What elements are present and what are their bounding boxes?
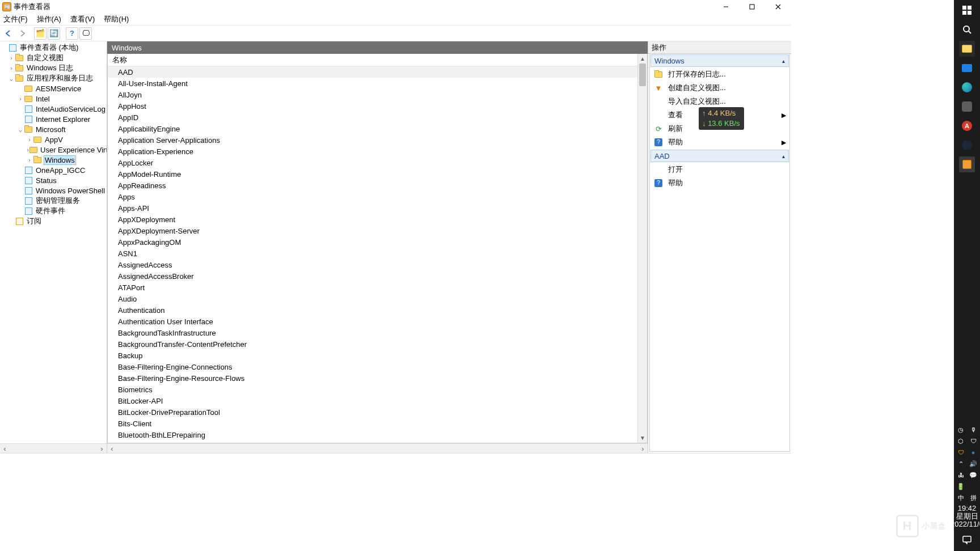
list-item[interactable]: All-User-Install-Agent: [108, 78, 637, 89]
list-item[interactable]: AllJoyn: [108, 89, 637, 100]
list-item[interactable]: Apps-API: [108, 202, 637, 214]
list-item[interactable]: Backup: [108, 350, 637, 361]
tray-icon[interactable]: 🛡: [956, 448, 965, 457]
start-button[interactable]: [959, 2, 975, 18]
taskbar-app-a-icon[interactable]: A: [959, 118, 975, 134]
list-item[interactable]: AppxPackagingOM: [108, 236, 637, 248]
list-item[interactable]: Application Server-Applications: [108, 134, 637, 146]
close-button[interactable]: [765, 0, 791, 13]
tree-aesm[interactable]: AESMService: [0, 83, 107, 94]
scroll-right-button[interactable]: ›: [638, 444, 648, 453]
tree-app-service-logs[interactable]: ⌄应用程序和服务日志: [0, 73, 107, 83]
action-item[interactable]: ?帮助▶: [650, 135, 789, 149]
list-item[interactable]: AssignedAccessBroker: [108, 270, 637, 282]
taskbar-file-explorer-icon[interactable]: [959, 41, 975, 57]
toolbar-refresh-button[interactable]: 🔄: [48, 27, 60, 40]
column-header-name[interactable]: 名称: [108, 54, 637, 66]
action-item[interactable]: 打开保存的日志...: [650, 67, 789, 81]
tree-custom-views[interactable]: ›自定义视图: [0, 53, 107, 63]
menu-view[interactable]: 查看(V): [70, 14, 95, 24]
action-item[interactable]: 打开: [650, 163, 789, 176]
list-item[interactable]: Base-Filtering-Engine-Connections: [108, 361, 637, 372]
tray-security-icon[interactable]: 🛡: [969, 436, 978, 446]
menu-help[interactable]: 帮助(H): [104, 14, 129, 24]
list-item[interactable]: Base-Filtering-Engine-Resource-Flows: [108, 372, 637, 384]
system-tray[interactable]: ◷🎙 ⬡🛡 🛡● ⌃🔊 🖧💬 🔋 中拼: [956, 425, 978, 502]
menu-action[interactable]: 操作(A): [37, 14, 61, 24]
list-item[interactable]: AssignedAccess: [108, 259, 637, 270]
tree-status[interactable]: Status: [0, 175, 107, 185]
list-item[interactable]: Biometrics: [108, 384, 637, 395]
list-item[interactable]: AppHost: [108, 100, 637, 112]
tray-icon[interactable]: 🎙: [969, 425, 978, 434]
scroll-thumb[interactable]: [639, 63, 646, 86]
tree-root[interactable]: ▸事件查看器 (本地): [0, 43, 107, 53]
action-item[interactable]: ▼创建自定义视图...: [650, 81, 789, 95]
tray-network-icon[interactable]: 🖧: [956, 471, 965, 480]
action-item[interactable]: 导入自定义视图...: [650, 95, 789, 108]
list-item[interactable]: Apps: [108, 191, 637, 202]
list-item[interactable]: Application-Experience: [108, 146, 637, 157]
taskbar-clock[interactable]: 19:42 星期日 2022/11/6: [951, 505, 980, 528]
tree-powershell[interactable]: Windows PowerShell: [0, 185, 107, 196]
list-item[interactable]: ATAPort: [108, 282, 637, 293]
minimize-button[interactable]: [713, 0, 739, 13]
tree-windows-logs[interactable]: ›Windows 日志: [0, 63, 107, 73]
action-center-button[interactable]: [959, 532, 975, 548]
action-item[interactable]: ?帮助: [650, 176, 789, 190]
list-v-scrollbar[interactable]: ▲ ▼: [637, 54, 647, 443]
list-item[interactable]: ApplicabilityEngine: [108, 123, 637, 134]
tree-appv[interactable]: ›AppV: [0, 134, 107, 145]
tray-icon[interactable]: ◷: [956, 425, 965, 434]
list-item[interactable]: AppXDeployment: [108, 214, 637, 225]
tree-h-scrollbar[interactable]: ‹ ›: [0, 443, 107, 453]
list-item[interactable]: Audio: [108, 293, 637, 304]
tray-icon[interactable]: ⬡: [956, 436, 965, 446]
tree-ie[interactable]: Internet Explorer: [0, 114, 107, 124]
tray-icon[interactable]: 💬: [969, 471, 978, 480]
tree-intel[interactable]: ›Intel: [0, 94, 107, 104]
toolbar-forward-button[interactable]: [16, 27, 28, 40]
scroll-up-button[interactable]: ▲: [638, 54, 647, 63]
tree-keymgmt[interactable]: 密钥管理服务: [0, 196, 107, 206]
actions-group-aad[interactable]: AAD▴: [650, 150, 789, 162]
tray-icon[interactable]: [969, 482, 978, 491]
list-item[interactable]: BitLocker-API: [108, 395, 637, 406]
tray-chevron-up-icon[interactable]: ⌃: [956, 459, 965, 468]
list-item[interactable]: Authentication User Interface: [108, 316, 637, 327]
tree-hardware[interactable]: 硬件事件: [0, 206, 107, 216]
list-item[interactable]: BackgroundTransfer-ContentPrefetcher: [108, 338, 637, 350]
toolbar-help-button[interactable]: ?: [66, 27, 78, 40]
tree-intel-audio[interactable]: IntelAudioServiceLog: [0, 104, 107, 114]
tree-oneapp[interactable]: OneApp_IGCC: [0, 165, 107, 175]
center-h-scrollbar[interactable]: ‹ ›: [107, 443, 648, 453]
tray-battery-icon[interactable]: 🔋: [956, 482, 965, 491]
tray-volume-icon[interactable]: 🔊: [969, 459, 978, 468]
list-item[interactable]: Bluetooth-BthLEPrepairing: [108, 429, 637, 440]
search-button[interactable]: [959, 22, 975, 37]
ime-mode[interactable]: 拼: [969, 493, 978, 502]
taskbar-mail-icon[interactable]: [959, 60, 975, 76]
list-item[interactable]: Authentication: [108, 304, 637, 316]
taskbar-edge-icon[interactable]: [959, 79, 975, 95]
taskbar-event-viewer-icon[interactable]: [959, 156, 975, 172]
list-item[interactable]: AppLocker: [108, 157, 637, 168]
maximize-button[interactable]: [739, 0, 765, 13]
ime-lang[interactable]: 中: [956, 493, 965, 502]
scroll-down-button[interactable]: ▼: [638, 433, 647, 443]
taskbar-app-icon[interactable]: [959, 99, 975, 115]
list-item[interactable]: ASN1: [108, 248, 637, 259]
tray-icon[interactable]: ●: [969, 448, 978, 457]
tree-microsoft[interactable]: ⌄Microsoft: [0, 124, 107, 134]
tree-subscriptions[interactable]: 订阅: [0, 216, 107, 226]
scroll-left-button[interactable]: ‹: [107, 444, 117, 453]
toolbar-back-button[interactable]: [2, 27, 15, 40]
toolbar-explore-button[interactable]: 🗂️: [34, 27, 47, 40]
tree-windows-folder[interactable]: ›Windows: [0, 155, 107, 165]
scroll-left-button[interactable]: ‹: [0, 444, 10, 453]
taskbar-steam-icon[interactable]: [959, 137, 975, 153]
actions-group-windows[interactable]: Windows▴: [650, 54, 789, 67]
menu-file[interactable]: 文件(F): [3, 14, 28, 24]
list-item[interactable]: AppModel-Runtime: [108, 168, 637, 180]
list-item[interactable]: AAD: [108, 66, 637, 78]
